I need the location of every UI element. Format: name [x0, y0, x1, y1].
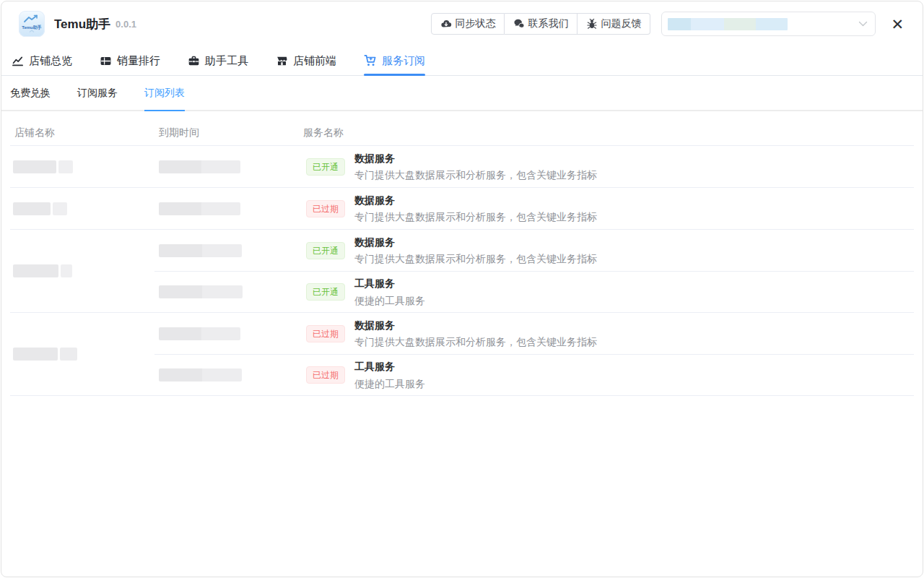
storefront-icon	[276, 55, 288, 67]
sync-status-label: 同步状态	[455, 17, 495, 30]
table-row: 已开通 数据服务 专门提供大盘数据展示和分析服务，包含关键业务指标	[154, 146, 914, 187]
expiry-cell	[154, 327, 299, 340]
tab-sales-ranking-label: 销量排行	[117, 54, 160, 68]
subtab-subscription-service[interactable]: 订阅服务	[77, 76, 118, 110]
tab-store-frontend[interactable]: 店铺前端	[276, 46, 336, 75]
cloud-sync-icon	[440, 18, 452, 30]
expiry-cell	[154, 160, 299, 173]
chat-bubbles-icon	[513, 18, 525, 30]
service-desc: 便捷的工具服务	[354, 294, 425, 307]
expiry-cell	[154, 244, 299, 257]
table-group: 已开通 数据服务 专门提供大盘数据展示和分析服务，包含关键业务指标 已开通 工具…	[10, 230, 914, 313]
expiry-cell	[154, 285, 299, 298]
status-badge: 已过期	[306, 366, 345, 384]
chevron-down-icon	[858, 21, 868, 27]
line-chart-icon	[12, 55, 24, 67]
table-group: 已过期 数据服务 专门提供大盘数据展示和分析服务，包含关键业务指标 已过期 工具…	[10, 313, 914, 396]
subtab-free-exchange[interactable]: 免费兑换	[10, 76, 51, 110]
app-header: Temu助手 Temu助手 0.0.1 同步状态	[1, 1, 923, 46]
tab-store-frontend-label: 店铺前端	[293, 54, 336, 68]
service-name: 数据服务	[354, 194, 597, 207]
sub-nav: 免费兑换 订阅服务 订阅列表	[1, 76, 923, 111]
store-select[interactable]	[661, 12, 876, 36]
store-select-redacted-value	[668, 18, 788, 30]
tab-service-subscription-label: 服务订阅	[382, 54, 425, 68]
column-header-expiry: 到期时间	[154, 126, 299, 139]
contact-us-label: 联系我们	[528, 17, 568, 30]
status-badge: 已过期	[306, 325, 345, 342]
service-name: 工具服务	[354, 277, 425, 290]
service-cell: 已过期 工具服务 便捷的工具服务	[299, 360, 914, 389]
bug-icon	[586, 18, 598, 30]
table-group: 已开通 数据服务 专门提供大盘数据展示和分析服务，包含关键业务指标	[10, 146, 914, 188]
status-badge: 已开通	[306, 242, 345, 259]
svg-text:Temu助手: Temu助手	[22, 25, 42, 30]
service-cell: 已开通 工具服务 便捷的工具服务	[299, 277, 914, 306]
service-name: 数据服务	[354, 152, 597, 165]
app-window: Temu助手 Temu助手 0.0.1 同步状态	[1, 1, 923, 577]
service-desc: 专门提供大盘数据展示和分析服务，包含关键业务指标	[354, 335, 597, 348]
service-name: 数据服务	[354, 236, 597, 249]
app-logo-icon: Temu助手	[19, 11, 45, 37]
expiry-cell	[154, 368, 299, 381]
service-cell: 已开通 数据服务 专门提供大盘数据展示和分析服务，包含关键业务指标	[299, 236, 914, 265]
store-name-cell	[10, 146, 154, 187]
app-version: 0.0.1	[116, 19, 136, 30]
table-row: 已开通 数据服务 专门提供大盘数据展示和分析服务，包含关键业务指标	[154, 230, 914, 271]
service-cell: 已开通 数据服务 专门提供大盘数据展示和分析服务，包含关键业务指标	[299, 152, 914, 181]
service-name: 数据服务	[354, 319, 597, 332]
subtab-subscription-service-label: 订阅服务	[77, 87, 118, 100]
sync-status-button[interactable]: 同步状态	[431, 13, 505, 35]
service-cell: 已过期 数据服务 专门提供大盘数据展示和分析服务，包含关键业务指标	[299, 319, 914, 348]
tab-assistant-tools-label: 助手工具	[205, 54, 248, 68]
service-name: 工具服务	[354, 360, 425, 373]
service-desc: 专门提供大盘数据展示和分析服务，包含关键业务指标	[354, 252, 597, 265]
store-name-cell	[10, 188, 154, 229]
close-button[interactable]: ✕	[891, 17, 904, 32]
store-name-cell	[10, 313, 154, 395]
table-row: 已过期 数据服务 专门提供大盘数据展示和分析服务，包含关键业务指标	[154, 313, 914, 354]
subscription-table: 店铺名称 到期时间 服务名称 已开通 数据服务 专门提供大盘数据展示和分析服务，…	[10, 111, 914, 396]
service-cell: 已过期 数据服务 专门提供大盘数据展示和分析服务，包含关键业务指标	[299, 194, 914, 223]
status-badge: 已开通	[306, 158, 345, 176]
table-group: 已过期 数据服务 专门提供大盘数据展示和分析服务，包含关键业务指标	[10, 188, 914, 230]
subtab-subscription-list-label: 订阅列表	[144, 87, 185, 100]
service-desc: 便捷的工具服务	[354, 377, 425, 390]
app-title: Temu助手	[54, 16, 110, 33]
cart-icon	[364, 54, 377, 67]
column-header-service: 服务名称	[299, 126, 914, 139]
table-row: 已开通 工具服务 便捷的工具服务	[154, 271, 914, 312]
tab-service-subscription[interactable]: 服务订阅	[364, 46, 425, 75]
status-badge: 已过期	[306, 200, 345, 217]
service-desc: 专门提供大盘数据展示和分析服务，包含关键业务指标	[354, 210, 597, 223]
feedback-button[interactable]: 问题反馈	[578, 13, 650, 35]
sales-table-icon	[100, 55, 112, 67]
subtab-subscription-list[interactable]: 订阅列表	[144, 76, 185, 110]
header-action-group: 同步状态 联系我们 问	[431, 13, 650, 35]
tab-sales-ranking[interactable]: 销量排行	[100, 46, 160, 75]
expiry-cell	[154, 202, 299, 215]
table-row: 已过期 数据服务 专门提供大盘数据展示和分析服务，包含关键业务指标	[154, 188, 914, 229]
tab-store-overview-label: 店铺总览	[29, 54, 72, 68]
status-badge: 已开通	[306, 283, 345, 301]
tab-assistant-tools[interactable]: 助手工具	[188, 46, 248, 75]
column-header-store: 店铺名称	[10, 126, 154, 139]
contact-us-button[interactable]: 联系我们	[505, 13, 578, 35]
main-nav: 店铺总览 销量排行 助手工具	[1, 46, 923, 76]
table-row: 已过期 工具服务 便捷的工具服务	[154, 354, 914, 395]
service-desc: 专门提供大盘数据展示和分析服务，包含关键业务指标	[354, 168, 597, 181]
toolbox-icon	[188, 55, 200, 67]
store-name-cell	[10, 230, 154, 312]
tab-store-overview[interactable]: 店铺总览	[12, 46, 72, 75]
feedback-label: 问题反馈	[601, 17, 641, 30]
table-header-row: 店铺名称 到期时间 服务名称	[10, 111, 914, 146]
subtab-free-exchange-label: 免费兑换	[10, 87, 51, 100]
